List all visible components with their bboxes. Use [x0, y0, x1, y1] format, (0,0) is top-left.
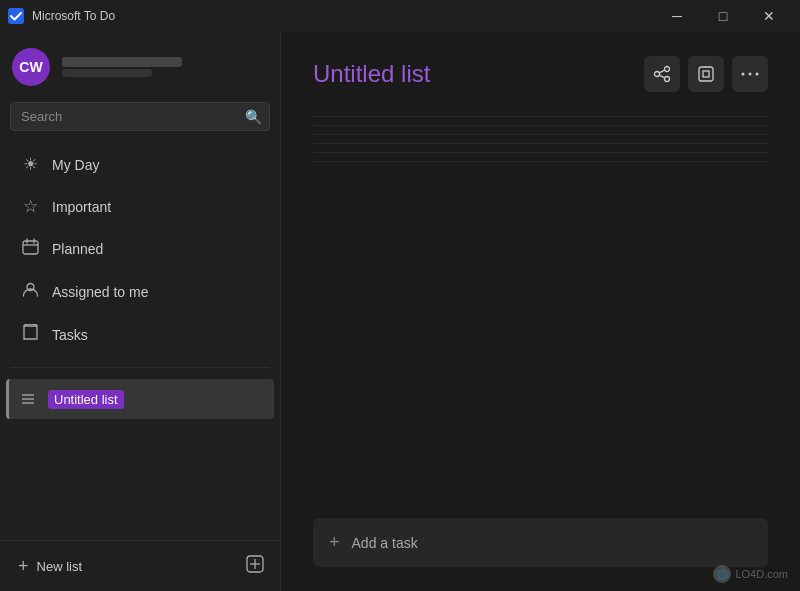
add-task-button[interactable]: + Add a task: [313, 518, 768, 567]
search-container: 🔍: [10, 102, 270, 131]
svg-point-14: [665, 77, 670, 82]
add-list-icon-button[interactable]: [242, 551, 268, 581]
list-icon: [18, 389, 38, 409]
user-area[interactable]: CW: [0, 32, 280, 98]
content-actions: [644, 56, 768, 92]
my-day-icon: ☀: [20, 154, 40, 175]
planned-label: Planned: [52, 241, 103, 257]
task-divider-1: [313, 116, 768, 117]
app-icon: [8, 8, 24, 24]
important-label: Important: [52, 199, 111, 215]
svg-rect-1: [23, 241, 38, 254]
svg-point-19: [742, 73, 745, 76]
svg-point-12: [665, 67, 670, 72]
watermark-text: LO4D.com: [735, 568, 788, 580]
avatar: CW: [12, 48, 50, 86]
task-divider-4: [313, 143, 768, 144]
close-button[interactable]: ✕: [746, 0, 792, 32]
list-section: Untitled list: [0, 374, 280, 540]
new-list-label: New list: [37, 559, 83, 574]
svg-line-16: [659, 75, 664, 78]
sidebar-item-my-day[interactable]: ☀ My Day: [6, 144, 274, 185]
planned-icon: [20, 238, 40, 260]
add-task-plus-icon: +: [329, 532, 340, 553]
watermark-globe-icon: 🌐: [713, 565, 731, 583]
title-bar-left: Microsoft To Do: [8, 8, 115, 24]
watermark: 🌐 LO4D.com: [713, 565, 788, 583]
sidebar-item-planned[interactable]: Planned: [6, 228, 274, 270]
svg-rect-18: [703, 71, 709, 77]
maximize-button[interactable]: □: [700, 0, 746, 32]
user-name-bar: [62, 57, 182, 67]
share-button[interactable]: [644, 56, 680, 92]
user-info: [62, 57, 182, 77]
sidebar-item-assigned-to-me[interactable]: Assigned to me: [6, 271, 274, 313]
page-title: Untitled list: [313, 60, 430, 88]
tasks-icon: [20, 324, 40, 346]
sidebar: CW 🔍 ☀ My Day ☆ Important: [0, 32, 281, 591]
main-content: Untitled list: [281, 32, 800, 591]
sidebar-item-tasks[interactable]: Tasks: [6, 314, 274, 356]
task-divider-3: [313, 134, 768, 135]
task-divider-5: [313, 152, 768, 153]
user-email-bar: [62, 69, 152, 77]
svg-rect-17: [699, 67, 713, 81]
tasks-label: Tasks: [52, 327, 88, 343]
add-task-label: Add a task: [352, 535, 418, 551]
svg-point-13: [655, 72, 660, 77]
task-divider-6: [313, 161, 768, 162]
more-options-button[interactable]: [732, 56, 768, 92]
new-list-plus-icon: +: [18, 556, 29, 577]
content-header: Untitled list: [281, 32, 800, 108]
important-icon: ☆: [20, 196, 40, 217]
app-title: Microsoft To Do: [32, 9, 115, 23]
title-bar-controls: ─ □ ✕: [654, 0, 792, 32]
task-area: [281, 108, 800, 502]
new-list-button[interactable]: + New list: [12, 552, 88, 581]
search-input[interactable]: [10, 102, 270, 131]
sidebar-item-important[interactable]: ☆ Important: [6, 186, 274, 227]
search-icon: 🔍: [245, 109, 262, 125]
title-bar: Microsoft To Do ─ □ ✕: [0, 0, 800, 32]
minimize-button[interactable]: ─: [654, 0, 700, 32]
assigned-icon: [20, 281, 40, 303]
untitled-list-label: Untitled list: [48, 390, 124, 409]
assigned-to-me-label: Assigned to me: [52, 284, 149, 300]
nav-list: ☀ My Day ☆ Important Planned: [0, 139, 280, 361]
task-divider-2: [313, 125, 768, 126]
svg-point-20: [749, 73, 752, 76]
sidebar-separator: [10, 367, 270, 368]
expand-button[interactable]: [688, 56, 724, 92]
svg-point-21: [756, 73, 759, 76]
sidebar-footer: + New list: [0, 540, 280, 591]
svg-line-15: [659, 70, 664, 73]
app-body: CW 🔍 ☀ My Day ☆ Important: [0, 32, 800, 591]
list-item-untitled[interactable]: Untitled list: [6, 379, 274, 419]
my-day-label: My Day: [52, 157, 99, 173]
